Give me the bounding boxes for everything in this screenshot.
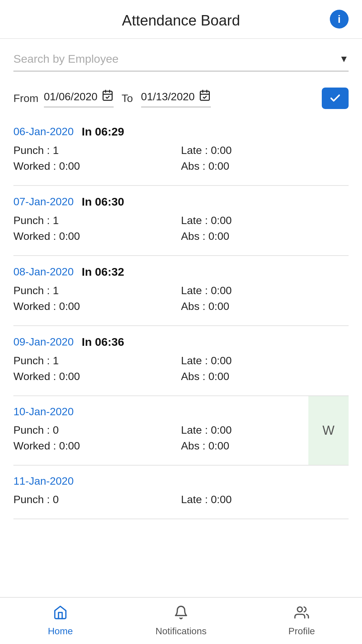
punch-value: Punch : 0 <box>13 424 181 436</box>
profile-label: Profile <box>288 626 315 637</box>
svg-rect-0 <box>103 91 112 100</box>
confirm-date-button[interactable] <box>322 88 349 109</box>
entry-row-punch-late: Punch : 0 Late : 0:00 <box>13 424 349 436</box>
from-date-input[interactable]: 01/06/2020 <box>44 89 114 107</box>
nav-profile[interactable]: Profile <box>241 605 362 637</box>
worked-value: Worked : 0:00 <box>13 160 181 172</box>
page-title: Attendance Board <box>122 12 240 29</box>
abs-value: Abs : 0:00 <box>181 370 349 383</box>
punch-value: Punch : 1 <box>13 144 181 157</box>
attendance-entry[interactable]: 08-Jan-2020 In 06:32 Punch : 1 Late : 0:… <box>13 256 349 326</box>
punch-value: Punch : 1 <box>13 214 181 227</box>
entry-header: 06-Jan-2020 In 06:29 <box>13 125 349 138</box>
worked-value: Worked : 0:00 <box>13 300 181 313</box>
to-date-value: 01/13/2020 <box>141 91 195 103</box>
nav-notifications[interactable]: Notifications <box>121 605 241 637</box>
info-button[interactable]: i <box>330 10 349 29</box>
late-value: Late : 0:00 <box>181 214 349 227</box>
entry-in-time: In 06:30 <box>82 195 124 208</box>
entry-date: 11-Jan-2020 <box>13 475 74 487</box>
entry-row-worked-abs: Worked : 0:00 Abs : 0:00 <box>13 440 349 452</box>
entry-row-worked-abs: Worked : 0:00 Abs : 0:00 <box>13 370 349 383</box>
profile-icon <box>294 605 309 623</box>
attendance-entry[interactable]: 11-Jan-2020 Punch : 0 Late : 0:00 <box>13 466 349 519</box>
abs-value: Abs : 0:00 <box>181 300 349 313</box>
punch-value: Punch : 1 <box>13 355 181 367</box>
to-date-input[interactable]: 01/13/2020 <box>141 89 211 107</box>
entry-row-punch-late: Punch : 0 Late : 0:00 <box>13 493 349 506</box>
dropdown-arrow-icon: ▼ <box>339 54 349 64</box>
entry-row-punch-late: Punch : 1 Late : 0:00 <box>13 214 349 227</box>
worked-value: Worked : 0:00 <box>13 370 181 383</box>
punch-value: Punch : 0 <box>13 493 181 506</box>
late-value: Late : 0:00 <box>181 144 349 157</box>
late-value: Late : 0:00 <box>181 284 349 297</box>
worked-value: Worked : 0:00 <box>13 230 181 243</box>
home-icon <box>53 605 68 623</box>
search-section: Search by Employee ▼ <box>0 39 362 78</box>
entry-header: 10-Jan-2020 <box>13 406 349 418</box>
from-calendar-icon[interactable] <box>102 89 114 104</box>
entry-row-worked-abs: Worked : 0:00 Abs : 0:00 <box>13 230 349 243</box>
weekend-badge: W <box>308 396 349 465</box>
notifications-label: Notifications <box>156 626 207 637</box>
entry-date: 07-Jan-2020 <box>13 196 74 208</box>
entry-row-punch-late: Punch : 1 Late : 0:00 <box>13 355 349 367</box>
entry-row-punch-late: Punch : 1 Late : 0:00 <box>13 284 349 297</box>
entry-header: 11-Jan-2020 <box>13 475 349 487</box>
entry-row-punch-late: Punch : 1 Late : 0:00 <box>13 144 349 157</box>
entry-in-time: In 06:29 <box>82 125 124 138</box>
svg-rect-4 <box>200 91 209 100</box>
home-label: Home <box>48 626 73 637</box>
entry-in-time: In 06:32 <box>82 265 124 278</box>
abs-value: Abs : 0:00 <box>181 160 349 172</box>
entry-header: 07-Jan-2020 In 06:30 <box>13 195 349 208</box>
entry-row-worked-abs: Worked : 0:00 Abs : 0:00 <box>13 300 349 313</box>
late-value: Late : 0:00 <box>181 355 349 367</box>
entry-date: 10-Jan-2020 <box>13 406 74 418</box>
from-date-value: 01/06/2020 <box>44 91 98 103</box>
search-placeholder: Search by Employee <box>13 52 119 65</box>
late-value: Late : 0:00 <box>181 493 349 506</box>
bottom-navigation: Home Notifications Profile <box>0 597 362 644</box>
nav-home[interactable]: Home <box>0 605 121 637</box>
to-calendar-icon[interactable] <box>199 89 211 104</box>
from-label: From <box>13 92 39 105</box>
entry-header: 09-Jan-2020 In 06:36 <box>13 335 349 348</box>
attendance-entry[interactable]: 06-Jan-2020 In 06:29 Punch : 1 Late : 0:… <box>13 116 349 186</box>
app-header: Attendance Board i <box>0 0 362 39</box>
bell-icon <box>174 605 188 623</box>
attendance-entry[interactable]: 10-Jan-2020 Punch : 0 Late : 0:00 Worked… <box>13 396 349 466</box>
punch-value: Punch : 1 <box>13 284 181 297</box>
svg-point-8 <box>297 607 302 612</box>
entry-date: 09-Jan-2020 <box>13 336 74 348</box>
employee-search-dropdown[interactable]: Search by Employee ▼ <box>13 52 349 71</box>
attendance-entry[interactable]: 09-Jan-2020 In 06:36 Punch : 1 Late : 0:… <box>13 326 349 396</box>
worked-value: Worked : 0:00 <box>13 440 181 452</box>
attendance-entry[interactable]: 07-Jan-2020 In 06:30 Punch : 1 Late : 0:… <box>13 186 349 256</box>
entry-date: 08-Jan-2020 <box>13 266 74 278</box>
abs-value: Abs : 0:00 <box>181 230 349 243</box>
date-range-section: From 01/06/2020 To 01/13/2020 <box>0 78 362 116</box>
entry-row-worked-abs: Worked : 0:00 Abs : 0:00 <box>13 160 349 172</box>
entry-header: 08-Jan-2020 In 06:32 <box>13 265 349 278</box>
entry-in-time: In 06:36 <box>82 335 124 348</box>
attendance-entries: 06-Jan-2020 In 06:29 Punch : 1 Late : 0:… <box>0 116 362 519</box>
entry-date: 06-Jan-2020 <box>13 125 74 138</box>
to-label: To <box>122 92 133 105</box>
